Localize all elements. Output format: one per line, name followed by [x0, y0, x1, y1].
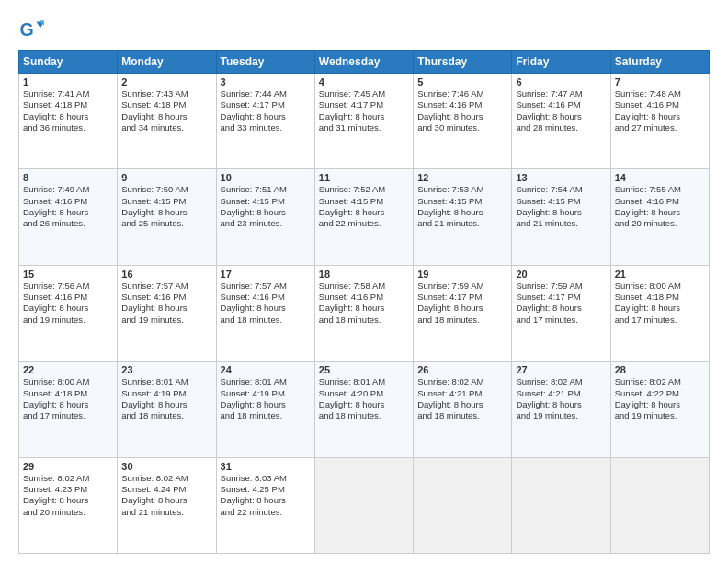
day-info-line: Daylight: 8 hours [516, 303, 606, 314]
day-info-line: Daylight: 8 hours [319, 303, 409, 314]
day-info-line: Daylight: 8 hours [319, 399, 409, 410]
day-number: 31 [221, 461, 311, 472]
week-row-5: 29Sunrise: 8:02 AMSunset: 4:23 PMDayligh… [19, 457, 710, 553]
calendar-cell: 29Sunrise: 8:02 AMSunset: 4:23 PMDayligh… [19, 457, 118, 553]
logo: G [18, 17, 48, 42]
calendar-cell: 26Sunrise: 8:02 AMSunset: 4:21 PMDayligh… [414, 362, 512, 457]
day-number: 13 [516, 172, 606, 183]
day-info-line: Sunset: 4:18 PM [615, 292, 705, 303]
day-info-line: Daylight: 8 hours [417, 399, 507, 410]
day-info-line: Sunrise: 7:51 AM [221, 184, 311, 195]
calendar-cell: 7Sunrise: 7:48 AMSunset: 4:16 PMDaylight… [610, 74, 709, 169]
calendar-cell: 25Sunrise: 8:01 AMSunset: 4:20 PMDayligh… [314, 362, 413, 457]
day-info-line: Sunrise: 7:57 AM [121, 281, 211, 292]
day-info-line: Sunset: 4:16 PM [516, 99, 606, 110]
day-info-line: Sunset: 4:16 PM [615, 99, 705, 110]
calendar-cell: 20Sunrise: 7:59 AMSunset: 4:17 PMDayligh… [512, 265, 610, 361]
day-info-line: Sunrise: 7:48 AM [615, 88, 705, 99]
day-number: 4 [319, 76, 409, 87]
day-info-line: and 34 minutes. [121, 122, 211, 133]
calendar-cell: 13Sunrise: 7:54 AMSunset: 4:15 PMDayligh… [512, 169, 610, 265]
calendar-cell: 22Sunrise: 8:00 AMSunset: 4:18 PMDayligh… [19, 362, 118, 457]
day-info-line: Daylight: 8 hours [221, 303, 311, 314]
svg-text:G: G [19, 19, 33, 40]
calendar-cell: 30Sunrise: 8:02 AMSunset: 4:24 PMDayligh… [118, 457, 216, 553]
day-number: 21 [615, 269, 705, 280]
day-info-line: Sunrise: 8:00 AM [23, 376, 113, 387]
day-info-line: Sunset: 4:16 PM [121, 292, 211, 303]
day-info-line: and 36 minutes. [23, 122, 113, 133]
day-info-line: Sunset: 4:17 PM [221, 99, 311, 110]
header-thursday: Thursday [414, 51, 512, 74]
calendar-cell: 23Sunrise: 8:01 AMSunset: 4:19 PMDayligh… [118, 362, 216, 457]
day-info-line: and 33 minutes. [221, 122, 311, 133]
day-info-line: Sunrise: 8:01 AM [319, 376, 409, 387]
header-friday: Friday [512, 51, 610, 74]
day-info-line: and 18 minutes. [319, 410, 409, 421]
day-info-line: and 20 minutes. [23, 507, 113, 518]
day-info-line: and 18 minutes. [121, 410, 211, 421]
calendar-cell: 3Sunrise: 7:44 AMSunset: 4:17 PMDaylight… [216, 74, 314, 169]
day-info-line: Sunrise: 7:49 AM [23, 184, 113, 195]
day-info-line: Sunset: 4:15 PM [319, 196, 409, 207]
calendar-cell [414, 457, 512, 553]
day-info-line: Sunset: 4:18 PM [23, 99, 113, 110]
day-info-line: Sunrise: 7:55 AM [615, 184, 705, 195]
day-number: 1 [23, 76, 113, 87]
day-info-line: Sunrise: 7:53 AM [417, 184, 507, 195]
day-info-line: and 27 minutes. [615, 122, 705, 133]
calendar-cell: 18Sunrise: 7:58 AMSunset: 4:16 PMDayligh… [314, 265, 413, 361]
week-row-4: 22Sunrise: 8:00 AMSunset: 4:18 PMDayligh… [19, 362, 710, 457]
top-header: G [18, 17, 710, 42]
day-info-line: and 21 minutes. [516, 218, 606, 229]
day-info-line: and 22 minutes. [221, 507, 311, 518]
day-info-line: Sunrise: 7:41 AM [23, 88, 113, 99]
day-number: 11 [319, 172, 409, 183]
day-number: 20 [516, 269, 606, 280]
day-info-line: Sunrise: 7:50 AM [121, 184, 211, 195]
day-info-line: Sunset: 4:19 PM [121, 388, 211, 399]
calendar-cell: 16Sunrise: 7:57 AMSunset: 4:16 PMDayligh… [118, 265, 216, 361]
calendar-cell: 27Sunrise: 8:02 AMSunset: 4:21 PMDayligh… [512, 362, 610, 457]
day-info-line: Daylight: 8 hours [121, 495, 211, 506]
week-row-2: 8Sunrise: 7:49 AMSunset: 4:16 PMDaylight… [19, 169, 710, 265]
calendar-cell [314, 457, 413, 553]
day-number: 10 [221, 172, 311, 183]
day-number: 16 [121, 269, 211, 280]
day-info-line: Daylight: 8 hours [121, 303, 211, 314]
day-info-line: Sunrise: 7:56 AM [23, 281, 113, 292]
day-info-line: Sunset: 4:19 PM [221, 388, 311, 399]
day-info-line: Sunrise: 8:02 AM [417, 376, 507, 387]
logo-icon: G [18, 17, 44, 42]
day-info-line: Sunset: 4:21 PM [516, 388, 606, 399]
day-info-line: and 18 minutes. [221, 410, 311, 421]
day-number: 2 [121, 76, 211, 87]
day-number: 24 [221, 364, 311, 375]
day-info-line: Sunset: 4:18 PM [23, 388, 113, 399]
day-info-line: Daylight: 8 hours [23, 303, 113, 314]
calendar-cell: 5Sunrise: 7:46 AMSunset: 4:16 PMDaylight… [414, 74, 512, 169]
day-info-line: and 20 minutes. [615, 218, 705, 229]
day-info-line: Daylight: 8 hours [23, 111, 113, 122]
day-number: 6 [516, 76, 606, 87]
day-info-line: and 30 minutes. [417, 122, 507, 133]
day-info-line: Sunrise: 8:02 AM [23, 473, 113, 484]
day-info-line: Sunset: 4:17 PM [516, 292, 606, 303]
day-number: 14 [615, 172, 705, 183]
day-info-line: and 19 minutes. [516, 410, 606, 421]
calendar-cell: 17Sunrise: 7:57 AMSunset: 4:16 PMDayligh… [216, 265, 314, 361]
day-info-line: Sunset: 4:25 PM [221, 484, 311, 495]
day-info-line: and 18 minutes. [417, 410, 507, 421]
day-info-line: and 19 minutes. [615, 410, 705, 421]
day-info-line: and 17 minutes. [516, 315, 606, 326]
day-info-line: Sunrise: 7:59 AM [516, 281, 606, 292]
calendar-cell: 6Sunrise: 7:47 AMSunset: 4:16 PMDaylight… [512, 74, 610, 169]
calendar-cell: 9Sunrise: 7:50 AMSunset: 4:15 PMDaylight… [118, 169, 216, 265]
day-info-line: Sunset: 4:15 PM [417, 196, 507, 207]
day-info-line: Sunset: 4:16 PM [615, 196, 705, 207]
day-info-line: and 17 minutes. [615, 315, 705, 326]
day-info-line: and 21 minutes. [121, 507, 211, 518]
day-number: 26 [417, 364, 507, 375]
day-info-line: Sunset: 4:16 PM [221, 292, 311, 303]
calendar-cell: 1Sunrise: 7:41 AMSunset: 4:18 PMDaylight… [19, 74, 118, 169]
